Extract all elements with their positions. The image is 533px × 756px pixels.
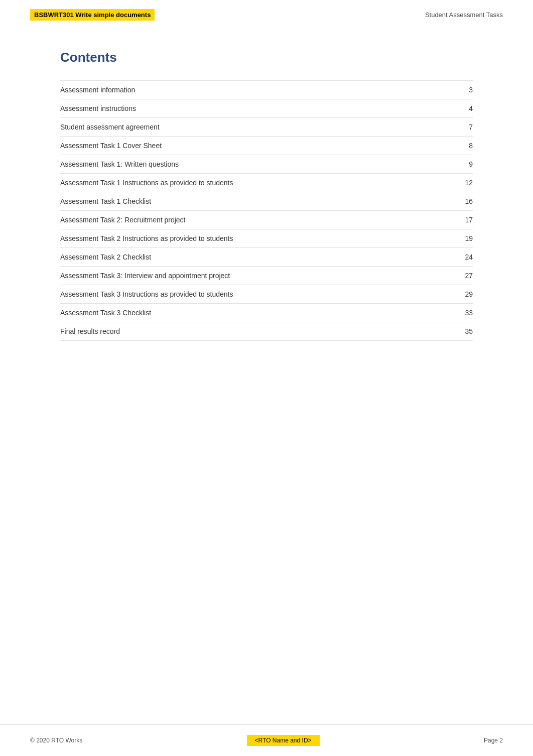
main-content: Contents Assessment information3Assessme…	[0, 30, 533, 381]
toc-item-page: 3	[458, 86, 473, 94]
footer-rto-placeholder: <RTO Name and ID>	[247, 735, 320, 746]
table-of-contents: Assessment information3Assessment instru…	[60, 80, 473, 341]
toc-item-label: Assessment Task 2 Instructions as provid…	[60, 234, 458, 242]
toc-item-label: Final results record	[60, 327, 458, 335]
toc-item-page: 27	[458, 272, 473, 280]
toc-item-label: Assessment Task 2: Recruitment project	[60, 216, 458, 224]
toc-row: Final results record35	[60, 322, 473, 341]
toc-item-page: 19	[458, 234, 473, 242]
toc-item-page: 12	[458, 179, 473, 187]
toc-item-page: 24	[458, 253, 473, 261]
header-document-title: Student Assessment Tasks	[425, 11, 503, 19]
toc-item-page: 17	[458, 216, 473, 224]
toc-item-label: Assessment Task 3 Instructions as provid…	[60, 290, 458, 298]
toc-item-label: Assessment Task 3: Interview and appoint…	[60, 272, 458, 280]
toc-item-label: Assessment instructions	[60, 104, 458, 112]
toc-item-label: Assessment Task 1 Cover Sheet	[60, 142, 458, 150]
toc-item-label: Assessment Task 1 Checklist	[60, 197, 458, 205]
toc-row: Assessment Task 3 Instructions as provid…	[60, 285, 473, 304]
toc-item-page: 16	[458, 197, 473, 205]
page-title: Contents	[60, 50, 473, 65]
toc-item-label: Assessment Task 1: Written questions	[60, 160, 458, 168]
toc-item-page: 8	[458, 142, 473, 150]
footer-page-number: Page 2	[484, 737, 503, 744]
toc-row: Assessment Task 3: Interview and appoint…	[60, 267, 473, 285]
toc-item-label: Student assessment agreement	[60, 123, 458, 131]
footer: © 2020 RTO Works <RTO Name and ID> Page …	[0, 724, 533, 756]
toc-row: Assessment Task 1 Instructions as provid…	[60, 174, 473, 192]
footer-copyright: © 2020 RTO Works	[30, 737, 82, 744]
toc-item-label: Assessment information	[60, 86, 458, 94]
toc-item-page: 9	[458, 160, 473, 168]
page: BSBWRT301 Write simple documents Student…	[0, 0, 533, 756]
toc-item-page: 29	[458, 290, 473, 298]
toc-row: Assessment Task 3 Checklist33	[60, 304, 473, 322]
header-course-code: BSBWRT301 Write simple documents	[30, 9, 155, 21]
toc-row: Assessment instructions4	[60, 99, 473, 118]
toc-item-label: Assessment Task 1 Instructions as provid…	[60, 179, 458, 187]
toc-item-page: 4	[458, 104, 473, 112]
toc-row: Assessment Task 1: Written questions9	[60, 155, 473, 174]
toc-item-label: Assessment Task 3 Checklist	[60, 309, 458, 317]
toc-item-label: Assessment Task 2 Checklist	[60, 253, 458, 261]
toc-row: Assessment Task 1 Checklist16	[60, 192, 473, 211]
toc-item-page: 7	[458, 123, 473, 131]
header: BSBWRT301 Write simple documents Student…	[0, 0, 533, 30]
toc-item-page: 33	[458, 309, 473, 317]
toc-row: Student assessment agreement7	[60, 118, 473, 137]
toc-row: Assessment Task 2 Checklist24	[60, 248, 473, 267]
toc-item-page: 35	[458, 327, 473, 335]
toc-row: Assessment Task 2: Recruitment project17	[60, 211, 473, 229]
toc-row: Assessment Task 2 Instructions as provid…	[60, 229, 473, 248]
toc-row: Assessment Task 1 Cover Sheet8	[60, 137, 473, 155]
toc-row: Assessment information3	[60, 80, 473, 99]
